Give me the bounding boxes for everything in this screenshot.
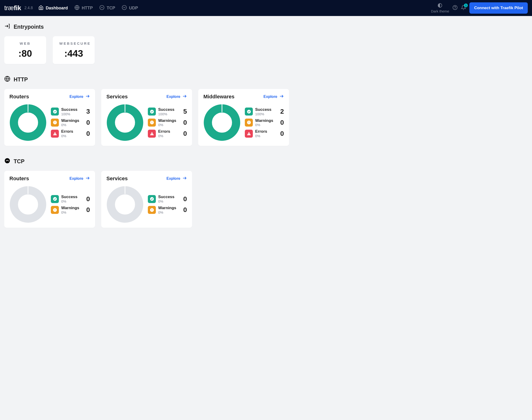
svg-rect-22 xyxy=(152,134,152,135)
main-nav: Dashboard HTTP TCP UDP xyxy=(38,5,138,11)
help-icon xyxy=(453,5,458,11)
stat-row-errors: Errors 0% 0 xyxy=(148,129,187,138)
dark-theme-toggle[interactable]: Dark theme xyxy=(431,3,449,13)
arrow-right-icon xyxy=(85,176,90,181)
stat-count: 0 xyxy=(86,195,90,203)
stat-percent: 100% xyxy=(255,112,278,116)
svg-rect-43 xyxy=(152,210,152,211)
help-button[interactable] xyxy=(453,5,458,11)
warning-icon xyxy=(148,206,156,214)
tcp-cards-row: Routers Explore Success 0% 0 Warnings 0% xyxy=(4,171,528,228)
nav-udp[interactable]: UDP xyxy=(122,5,138,11)
stat-row-warnings: Warnings 0% 0 xyxy=(51,206,90,214)
explore-link[interactable]: Explore xyxy=(167,94,187,100)
connect-pilot-button[interactable]: Connect with Traefik Pilot xyxy=(469,2,528,14)
nav-http-label: HTTP xyxy=(82,6,93,11)
donut-chart xyxy=(106,186,144,223)
stat-label: Warnings xyxy=(61,206,84,210)
stat-percent: 0% xyxy=(158,123,181,127)
svg-point-31 xyxy=(5,158,10,163)
check-circle-icon xyxy=(51,107,59,116)
http-section: HTTP Routers Explore Success 100% 3 xyxy=(4,76,528,146)
svg-point-38 xyxy=(111,190,139,219)
explore-label: Explore xyxy=(69,177,83,181)
tcp-title: TCP xyxy=(14,158,25,165)
arrow-right-icon xyxy=(279,94,284,100)
stat-row-warnings: Warnings 0% 0 xyxy=(51,118,90,127)
check-circle-icon xyxy=(148,107,156,116)
svg-point-32 xyxy=(14,190,42,219)
home-icon xyxy=(38,5,44,11)
entrypoints-header: Entrypoints xyxy=(4,23,528,30)
svg-point-15 xyxy=(111,108,139,137)
svg-point-23 xyxy=(208,108,236,137)
explore-link[interactable]: Explore xyxy=(167,176,187,181)
stat-row-success: Success 0% 0 xyxy=(148,195,187,203)
notifications-button[interactable]: 1 xyxy=(461,5,466,11)
card-title: Routers xyxy=(9,94,29,100)
donut-chart xyxy=(203,104,241,141)
stat-row-warnings: Warnings 0% 0 xyxy=(148,206,187,214)
stat-count: 3 xyxy=(86,108,90,115)
stat-percent: 0% xyxy=(158,210,181,214)
stat-label: Success xyxy=(61,195,84,199)
stat-count: 0 xyxy=(183,119,187,126)
stat-label: Success xyxy=(255,107,278,112)
explore-link[interactable]: Explore xyxy=(69,176,90,181)
entrypoints-list: WEB :80 WEBSECURE :443 xyxy=(4,36,528,64)
stat-label: Errors xyxy=(158,129,181,134)
svg-rect-30 xyxy=(249,134,249,135)
check-circle-icon xyxy=(245,107,253,116)
explore-link[interactable]: Explore xyxy=(263,94,284,100)
stat-label: Warnings xyxy=(158,118,181,123)
error-icon xyxy=(148,130,156,138)
notification-badge: 1 xyxy=(464,3,468,7)
explore-label: Explore xyxy=(167,95,180,99)
stat-count: 0 xyxy=(280,130,284,137)
app-header: træfik 2.4.8 Dashboard HTTP TCP UDP Dark… xyxy=(0,0,532,16)
svg-rect-12 xyxy=(55,123,55,123)
svg-point-5 xyxy=(455,8,455,9)
svg-rect-20 xyxy=(152,123,152,123)
nav-tcp[interactable]: TCP xyxy=(99,5,115,11)
stat-percent: 0% xyxy=(255,134,278,138)
stat-count: 2 xyxy=(280,108,284,115)
stat-percent: 100% xyxy=(61,112,84,116)
nav-dashboard[interactable]: Dashboard xyxy=(38,5,68,11)
svg-rect-19 xyxy=(152,121,152,123)
tcp-section: TCP Routers Explore Success 0% 0 xyxy=(4,158,528,228)
stat-label: Errors xyxy=(255,129,278,134)
stat-label: Warnings xyxy=(61,118,84,123)
donut-chart xyxy=(106,104,144,141)
explore-label: Explore xyxy=(263,95,277,99)
svg-rect-36 xyxy=(55,209,55,210)
warning-icon xyxy=(51,119,59,127)
globe-icon xyxy=(74,5,79,11)
stat-row-success: Success 100% 5 xyxy=(148,107,187,116)
stat-count: 0 xyxy=(280,119,284,126)
globe-icon xyxy=(4,76,10,83)
entrypoint-card-web: WEB :80 xyxy=(4,36,46,64)
entrypoint-port: :443 xyxy=(59,48,88,59)
tcp-header: TCP xyxy=(4,158,528,165)
stat-label: Errors xyxy=(61,129,84,134)
stat-percent: 0% xyxy=(158,134,181,138)
warning-icon xyxy=(51,206,59,214)
svg-rect-21 xyxy=(152,133,152,134)
version-label: 2.4.8 xyxy=(25,6,33,10)
nav-http[interactable]: HTTP xyxy=(74,5,93,11)
stat-count: 0 xyxy=(86,206,90,214)
stat-label: Success xyxy=(61,107,84,112)
arrow-right-icon xyxy=(182,94,187,100)
stat-label: Success xyxy=(158,107,181,112)
svg-rect-37 xyxy=(55,210,55,211)
stat-row-success: Success 100% 3 xyxy=(51,107,90,116)
check-circle-icon xyxy=(51,195,59,203)
explore-link[interactable]: Explore xyxy=(69,94,90,100)
entrypoint-name: WEBSECURE xyxy=(59,41,88,45)
svg-point-7 xyxy=(14,108,42,137)
explore-label: Explore xyxy=(69,95,83,99)
udp-icon xyxy=(122,5,127,11)
donut-chart xyxy=(9,186,47,223)
stat-row-errors: Errors 0% 0 xyxy=(51,129,90,138)
